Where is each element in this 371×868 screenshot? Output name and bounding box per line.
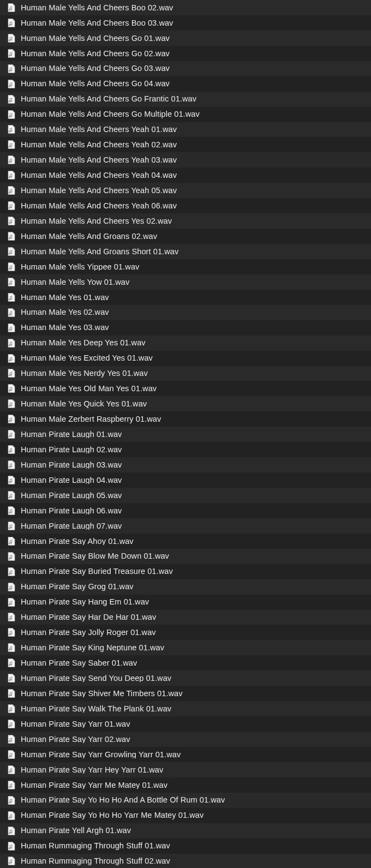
- audio-file-icon: [7, 841, 16, 851]
- file-name: Human Pirate Say Ahoy 01.wav: [21, 537, 134, 546]
- file-row[interactable]: Human Pirate Say Walk The Plank 01.wav: [0, 701, 371, 716]
- file-row[interactable]: Human Pirate Say Jolly Roger 01.wav: [0, 625, 371, 640]
- audio-file-icon: [7, 780, 16, 790]
- file-row[interactable]: Human Male Yells And Cheers Go 03.wav: [0, 61, 371, 76]
- file-name: Human Pirate Say Walk The Plank 01.wav: [21, 705, 171, 713]
- file-row[interactable]: Human Male Yells Yippee 01.wav: [0, 259, 371, 274]
- file-row[interactable]: Human Male Yells And Groans Short 01.wav: [0, 244, 371, 259]
- file-name: Human Pirate Say Buried Treasure 01.wav: [21, 567, 173, 576]
- file-name: Human Pirate Say Blow Me Down 01.wav: [21, 552, 169, 560]
- file-row[interactable]: Human Pirate Laugh 04.wav: [0, 472, 371, 488]
- file-row[interactable]: Human Male Yells And Cheers Boo 02.wav: [0, 0, 371, 15]
- audio-file-icon: [7, 856, 16, 866]
- file-row[interactable]: Human Male Yells And Cheers Go Multiple …: [0, 107, 371, 122]
- file-row[interactable]: Human Male Yes Old Man Yes 01.wav: [0, 381, 371, 396]
- file-name: Human Pirate Say Yarr 02.wav: [21, 735, 130, 744]
- file-name: Human Male Yells And Cheers Go Multiple …: [21, 110, 200, 118]
- audio-file-icon: [7, 627, 16, 637]
- audio-file-icon: [7, 124, 16, 134]
- file-row[interactable]: Human Male Yes 03.wav: [0, 320, 371, 336]
- file-row[interactable]: Human Pirate Say King Neptune 01.wav: [0, 640, 371, 655]
- file-name: Human Male Yes Old Man Yes 01.wav: [21, 385, 157, 393]
- file-row[interactable]: Human Pirate Say Grog 01.wav: [0, 579, 371, 595]
- file-row[interactable]: Human Male Yells And Groans 02.wav: [0, 229, 371, 244]
- file-name: Human Pirate Laugh 07.wav: [21, 522, 122, 530]
- file-row[interactable]: Human Pirate Yell Argh 01.wav: [0, 823, 371, 839]
- audio-file-icon: [7, 719, 16, 729]
- audio-file-icon: [7, 811, 16, 821]
- file-row[interactable]: Human Pirate Say Buried Treasure 01.wav: [0, 564, 371, 579]
- file-row[interactable]: Human Pirate Say Yarr 01.wav: [0, 716, 371, 732]
- file-name: Human Male Yells And Cheers Go Frantic 0…: [21, 95, 196, 103]
- file-row[interactable]: Human Pirate Say Har De Har 01.wav: [0, 610, 371, 625]
- file-row[interactable]: Human Pirate Say Yarr Me Matey 01.wav: [0, 777, 371, 793]
- file-row[interactable]: Human Pirate Say Shiver Me Timbers 01.wa…: [0, 686, 371, 701]
- file-row[interactable]: Human Male Yells And Cheers Yes 02.wav: [0, 213, 371, 229]
- file-name: Human Pirate Say King Neptune 01.wav: [21, 644, 164, 652]
- audio-file-icon: [7, 734, 16, 744]
- file-row[interactable]: Human Pirate Say Yarr Hey Yarr 01.wav: [0, 762, 371, 777]
- file-name: Human Male Yells And Cheers Boo 03.wav: [21, 19, 173, 27]
- file-row[interactable]: Human Pirate Laugh 05.wav: [0, 488, 371, 503]
- file-row[interactable]: Human Male Yells And Cheers Yeah 03.wav: [0, 152, 371, 167]
- file-name: Human Male Yells And Cheers Go 03.wav: [21, 64, 170, 73]
- file-row[interactable]: Human Pirate Say Yarr 02.wav: [0, 732, 371, 747]
- file-name: Human Pirate Laugh 06.wav: [21, 507, 122, 515]
- audio-file-icon: [7, 521, 16, 531]
- file-row[interactable]: Human Rummaging Through Stuff 01.wav: [0, 839, 371, 854]
- file-row[interactable]: Human Male Yells And Cheers Go 01.wav: [0, 31, 371, 46]
- audio-file-icon: [7, 658, 16, 668]
- file-row[interactable]: Human Male Yes 01.wav: [0, 290, 371, 305]
- file-row[interactable]: Human Rummaging Through Stuff 02.wav: [0, 854, 371, 869]
- file-row[interactable]: Human Pirate Laugh 07.wav: [0, 518, 371, 534]
- file-row[interactable]: Human Pirate Say Saber 01.wav: [0, 655, 371, 671]
- file-row[interactable]: Human Male Yes Excited Yes 01.wav: [0, 351, 371, 366]
- file-row[interactable]: Human Pirate Say Yo Ho Ho Yarr Me Matey …: [0, 808, 371, 823]
- file-row[interactable]: Human Male Yells And Cheers Boo 03.wav: [0, 15, 371, 31]
- file-row[interactable]: Human Male Yells And Cheers Yeah 01.wav: [0, 122, 371, 137]
- file-row[interactable]: Human Pirate Say Hang Em 01.wav: [0, 595, 371, 610]
- file-row[interactable]: Human Pirate Laugh 01.wav: [0, 427, 371, 442]
- audio-file-icon: [7, 429, 16, 439]
- audio-file-icon: [7, 689, 16, 698]
- audio-file-icon: [7, 201, 16, 211]
- file-row[interactable]: Human Male Yells And Cheers Go Frantic 0…: [0, 92, 371, 107]
- file-row[interactable]: Human Male Yes Deep Yes 01.wav: [0, 336, 371, 351]
- file-name: Human Pirate Say Yo Ho Ho And A Bottle O…: [21, 796, 225, 804]
- audio-file-icon: [7, 247, 16, 256]
- file-row[interactable]: Human Male Yes Nerdy Yes 01.wav: [0, 366, 371, 381]
- file-row[interactable]: Human Pirate Laugh 03.wav: [0, 457, 371, 472]
- file-name: Human Pirate Say Jolly Roger 01.wav: [21, 628, 156, 637]
- file-row[interactable]: Human Male Yells And Cheers Yeah 04.wav: [0, 167, 371, 183]
- file-name: Human Pirate Say Grog 01.wav: [21, 583, 134, 591]
- file-name: Human Male Yells And Cheers Go 04.wav: [21, 80, 170, 88]
- audio-file-icon: [7, 445, 16, 454]
- file-row[interactable]: Human Male Yells And Cheers Yeah 06.wav: [0, 198, 371, 213]
- file-row[interactable]: Human Male Yells And Cheers Yeah 05.wav: [0, 183, 371, 198]
- audio-file-icon: [7, 384, 16, 393]
- file-row[interactable]: Human Male Zerbert Raspberry 01.wav: [0, 411, 371, 427]
- file-row[interactable]: Human Pirate Say Blow Me Down 01.wav: [0, 549, 371, 564]
- file-row[interactable]: Human Male Yells And Cheers Yeah 02.wav: [0, 137, 371, 152]
- file-name: Human Male Yes Quick Yes 01.wav: [21, 400, 147, 408]
- audio-file-icon: [7, 110, 16, 119]
- audio-file-icon: [7, 490, 16, 500]
- file-name: Human Male Yells And Cheers Boo 02.wav: [21, 4, 173, 12]
- file-row[interactable]: Human Pirate Say Yo Ho Ho And A Bottle O…: [0, 793, 371, 808]
- file-row[interactable]: Human Male Yells And Cheers Go 02.wav: [0, 46, 371, 61]
- file-name: Human Male Yes 03.wav: [21, 324, 109, 332]
- file-row[interactable]: Human Pirate Say Send You Deep 01.wav: [0, 671, 371, 686]
- file-row[interactable]: Human Pirate Say Yarr Growling Yarr 01.w…: [0, 747, 371, 762]
- audio-file-icon: [7, 750, 16, 759]
- file-row[interactable]: Human Pirate Say Ahoy 01.wav: [0, 534, 371, 549]
- file-row[interactable]: Human Male Yells Yow 01.wav: [0, 274, 371, 290]
- file-name: Human Pirate Laugh 02.wav: [21, 446, 122, 454]
- file-name: Human Pirate Say Yo Ho Ho Yarr Me Matey …: [21, 811, 204, 819]
- file-row[interactable]: Human Male Yes 02.wav: [0, 305, 371, 320]
- file-row[interactable]: Human Male Yes Quick Yes 01.wav: [0, 396, 371, 411]
- file-row[interactable]: Human Male Yells And Cheers Go 04.wav: [0, 76, 371, 92]
- audio-file-icon: [7, 826, 16, 836]
- file-row[interactable]: Human Pirate Laugh 06.wav: [0, 503, 371, 518]
- file-row[interactable]: Human Pirate Laugh 02.wav: [0, 442, 371, 457]
- file-name: Human Pirate Yell Argh 01.wav: [21, 827, 131, 835]
